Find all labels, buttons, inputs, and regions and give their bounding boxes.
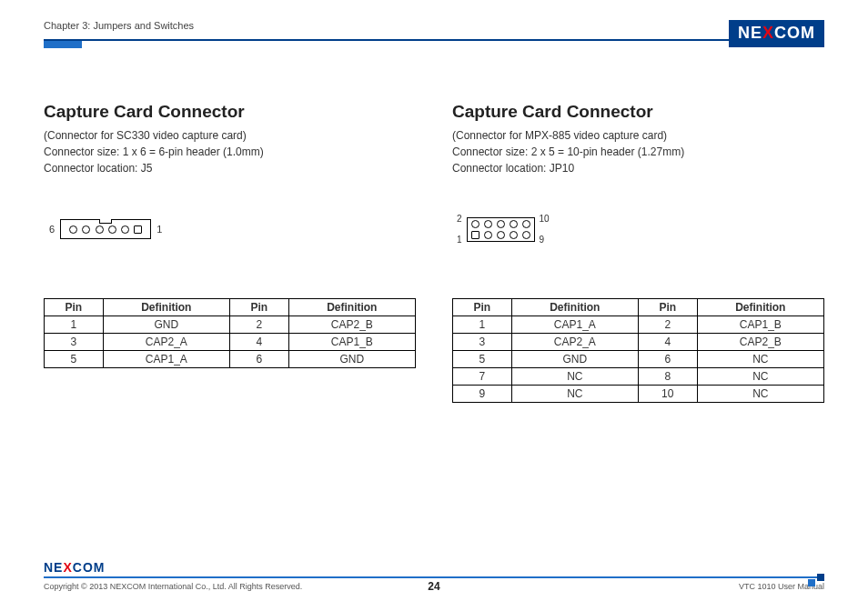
table-row: 1GND 2CAP2_B [45,316,416,334]
left-pin-label-6: 6 [49,224,55,235]
th-pin: Pin [453,299,512,316]
th-def: Definition [103,299,229,316]
pin-label-2: 2 [457,214,462,224]
left-title: Capture Card Connector [44,102,416,122]
header-rule [44,39,824,41]
footer-rule [44,576,824,578]
header-accent [44,41,82,48]
right-title: Capture Card Connector [452,102,824,122]
left-sub2: Connector size: 1 x 6 = 6-pin header (1.… [44,144,416,160]
table-row: 9NC 10NC [453,386,824,403]
page-number: 24 [428,580,439,593]
right-sub3: Connector location: JP10 [452,160,824,176]
pin-label-9: 9 [540,235,550,245]
table-row: 3CAP2_A 4CAP2_B [453,334,824,351]
left-pin-table: Pin Definition Pin Definition 1GND 2CAP2… [44,298,416,368]
right-pin-table: Pin Definition Pin Definition 1CAP1_A 2C… [452,298,824,403]
right-sub1: (Connector for MPX-885 video capture car… [452,127,824,144]
brand-logo: NEXCOM [729,20,824,47]
right-connector-diagram: 2 1 10 9 [452,193,824,265]
table-row: 7NC 8NC [453,368,824,386]
connector-6pin [60,219,151,239]
left-column: Capture Card Connector (Connector for SC… [44,102,416,403]
connector-10pin [467,217,535,242]
pin-label-10: 10 [540,214,550,224]
left-pin-label-1: 1 [156,224,162,235]
left-sub1: (Connector for SC330 video capture card) [44,127,416,144]
chapter-label: Chapter 3: Jumpers and Switches [44,20,194,31]
footer-logo: NEXCOM [44,560,824,575]
table-row: 5GND 6NC [453,351,824,368]
th-pin: Pin [45,299,104,316]
th-def: Definition [288,299,415,316]
th-def: Definition [511,299,638,316]
table-row: 5CAP1_A 6GND [45,351,416,368]
copyright-text: Copyright © 2013 NEXCOM International Co… [44,582,302,591]
th-pin: Pin [638,299,697,316]
left-connector-diagram: 6 1 [44,193,416,265]
pin-label-1: 1 [457,235,462,245]
table-row: 3CAP2_A 4CAP1_B [45,334,416,351]
right-column: Capture Card Connector (Connector for MP… [452,102,824,403]
table-row: 1CAP1_A 2CAP1_B [453,316,824,334]
left-sub3: Connector location: J5 [44,160,416,176]
th-pin: Pin [229,299,288,316]
th-def: Definition [697,299,823,316]
right-sub2: Connector size: 2 x 5 = 10-pin header (1… [452,144,824,160]
